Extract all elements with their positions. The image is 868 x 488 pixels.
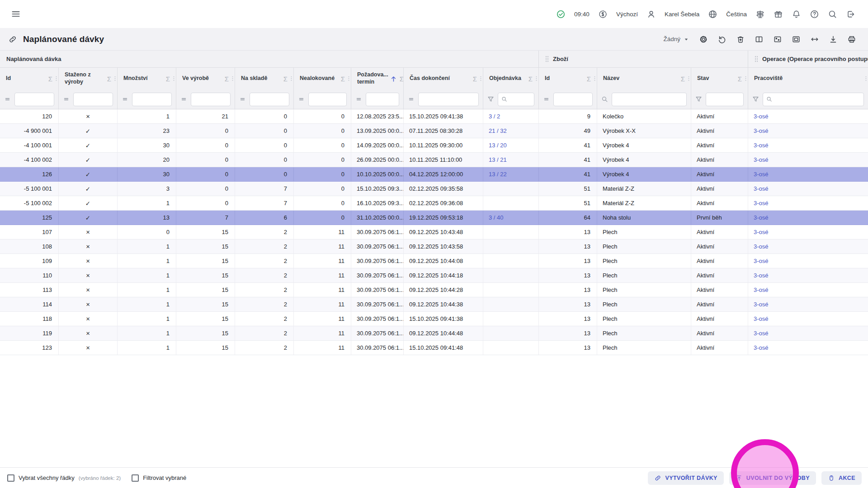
- filter-input-pracoviste[interactable]: [763, 93, 864, 106]
- cell-link[interactable]: 3-osé: [754, 156, 769, 163]
- magnifier-filter-icon[interactable]: [601, 95, 609, 103]
- status-ok-icon[interactable]: [556, 9, 566, 19]
- equals-filter-icon[interactable]: [62, 95, 70, 103]
- pricing-badge-icon[interactable]: [598, 9, 608, 19]
- cell-link[interactable]: 3-osé: [754, 214, 769, 221]
- cell-link[interactable]: 3-osé: [754, 113, 769, 120]
- fit-width-icon[interactable]: [810, 35, 819, 44]
- undo-icon[interactable]: [717, 35, 726, 44]
- table-row[interactable]: 118✕11521130.09.2075 06:1...15.10.2025 0…: [0, 312, 868, 326]
- release-to-production-button[interactable]: UVOLNIT DO VÝROBY: [729, 471, 816, 485]
- column-resize-handle[interactable]: [688, 76, 689, 81]
- equals-filter-icon[interactable]: [407, 95, 415, 103]
- cell-link[interactable]: 3-osé: [754, 171, 769, 178]
- column-resize-handle[interactable]: [594, 76, 595, 81]
- column-header-nazev[interactable]: NázevΣ: [597, 68, 691, 89]
- column-header-stazeno-z-vyroby[interactable]: Staženo z výrobyΣ: [59, 68, 118, 89]
- table-row[interactable]: 119✕11521130.09.2075 06:1...09.12.2025 1…: [0, 326, 868, 341]
- cell-link[interactable]: 3 / 2: [489, 113, 500, 120]
- cell-link[interactable]: 3-osé: [754, 258, 769, 264]
- equals-filter-icon[interactable]: [542, 95, 550, 103]
- whats-new-gift-icon[interactable]: [774, 9, 783, 19]
- column-header-stav[interactable]: StavΣ: [691, 68, 748, 89]
- group-drag-handle[interactable]: [755, 56, 758, 62]
- cell-link[interactable]: 3-osé: [754, 344, 769, 351]
- select-all-rows-checkbox[interactable]: Vybrat všechny řádky (vybráno řádek: 2): [7, 474, 121, 482]
- equals-filter-icon[interactable]: [297, 95, 305, 103]
- sum-sigma-icon[interactable]: Σ: [399, 75, 404, 83]
- cell-link[interactable]: 13 / 22: [489, 171, 507, 178]
- filter-selected-checkbox[interactable]: Filtrovat vybrané: [132, 474, 186, 482]
- column-resize-handle[interactable]: [536, 76, 537, 81]
- sum-sigma-icon[interactable]: Σ: [283, 75, 288, 83]
- logout-icon[interactable]: [846, 9, 855, 19]
- cell-link[interactable]: 3-osé: [754, 243, 769, 250]
- filter-input-id[interactable]: [14, 93, 54, 106]
- sum-sigma-icon[interactable]: Σ: [586, 75, 592, 83]
- notifications-bell-icon[interactable]: [792, 9, 801, 19]
- language-label[interactable]: Čeština: [726, 11, 747, 18]
- tiles-icon[interactable]: [773, 35, 782, 44]
- table-row[interactable]: -4 100 002✓2000026.09.2025 00:0...10.11.…: [0, 153, 868, 167]
- filter-input-ve-vyrobe[interactable]: [191, 93, 231, 106]
- equals-filter-icon[interactable]: [121, 95, 129, 103]
- menu-icon[interactable]: [11, 9, 21, 19]
- funnel-filter-icon[interactable]: [752, 95, 760, 103]
- column-resize-handle[interactable]: [114, 76, 116, 81]
- table-row[interactable]: 110✕11521130.09.2075 06:1...09.12.2025 1…: [0, 268, 868, 283]
- sum-sigma-icon[interactable]: Σ: [47, 75, 53, 83]
- pricing-profile-label[interactable]: Výchozí: [616, 11, 638, 18]
- actions-button[interactable]: AKCE: [821, 471, 862, 485]
- column-header-pozadovany-termin[interactable]: Požadova... termínΣ: [351, 68, 404, 89]
- filter-input-zbozi-id[interactable]: [553, 93, 593, 106]
- filter-input-na-sklade[interactable]: [250, 93, 289, 106]
- table-row[interactable]: -4 100 001✓3000014.09.2025 00:0...10.11.…: [0, 138, 868, 153]
- table-row[interactable]: 107✕01521130.09.2075 06:1...09.12.2025 1…: [0, 225, 868, 239]
- cell-link[interactable]: 3-osé: [754, 330, 769, 337]
- table-row[interactable]: 126✓3000010.10.2025 00:0...04.12.2025 12…: [0, 167, 868, 182]
- cell-link[interactable]: 3-osé: [754, 229, 769, 235]
- column-resize-handle[interactable]: [291, 76, 292, 81]
- filter-input-cas-dokonceni[interactable]: [418, 93, 479, 106]
- checkbox-icon[interactable]: [7, 474, 14, 482]
- trash-restore-icon[interactable]: [736, 35, 745, 44]
- create-batches-button[interactable]: VYTVOŘIT DÁVKY: [648, 471, 723, 485]
- sum-sigma-icon[interactable]: Σ: [472, 75, 478, 83]
- table-row[interactable]: 120✕1210012.08.2025 23:5...15.10.2025 09…: [0, 109, 868, 124]
- user-icon[interactable]: [646, 9, 656, 19]
- table-row[interactable]: -5 100 001✓307015.10.2025 09:3...02.12.2…: [0, 182, 868, 196]
- cell-link[interactable]: 13 / 20: [489, 142, 507, 149]
- funnel-filter-icon[interactable]: [487, 95, 495, 103]
- column-resize-handle[interactable]: [480, 76, 481, 81]
- view-selector[interactable]: Žádný: [663, 36, 690, 43]
- equals-filter-icon[interactable]: [180, 95, 188, 103]
- cell-link[interactable]: 3-osé: [754, 200, 769, 206]
- column-header-na-sklade[interactable]: Na skladěΣ: [235, 68, 294, 89]
- cell-link[interactable]: 3-osé: [754, 315, 769, 322]
- column-header-nealokovane[interactable]: NealokovanéΣ: [294, 68, 351, 89]
- column-header-mnozstvi[interactable]: MnožstvíΣ: [118, 68, 176, 89]
- column-resize-handle[interactable]: [56, 76, 57, 81]
- cell-link[interactable]: 3 / 40: [489, 214, 504, 221]
- filter-input-nazev[interactable]: [612, 93, 687, 106]
- column-resize-handle[interactable]: [865, 76, 867, 81]
- column-resize-handle[interactable]: [348, 76, 349, 81]
- table-row[interactable]: -4 900 001✓2300013.09.2025 00:0...07.11.…: [0, 124, 868, 138]
- column-header-objednavka[interactable]: ObjednávkaΣ: [483, 68, 539, 89]
- column-header-pracoviste[interactable]: Pracoviště: [748, 68, 868, 89]
- cell-link[interactable]: 3-osé: [754, 301, 769, 308]
- column-header-id[interactable]: IdΣ: [0, 68, 59, 89]
- group-drag-handle[interactable]: [545, 56, 549, 62]
- cell-link[interactable]: 13 / 21: [489, 156, 507, 163]
- cell-link[interactable]: 3-osé: [754, 286, 769, 293]
- settings-icon[interactable]: [699, 35, 708, 44]
- funnel-filter-icon[interactable]: [695, 95, 703, 103]
- split-columns-icon[interactable]: [755, 35, 764, 44]
- table-row[interactable]: 109✕11521130.09.2075 06:1...09.12.2025 1…: [0, 254, 868, 268]
- filter-input-pozadovany-termin[interactable]: [366, 93, 399, 106]
- column-resize-handle[interactable]: [745, 76, 746, 81]
- table-row[interactable]: 125✓1376031.10.2025 00:0...19.12.2025 09…: [0, 211, 868, 225]
- table-row[interactable]: -5 100 002✓107016.10.2025 09:3...02.12.2…: [0, 196, 868, 211]
- cell-link[interactable]: 3-osé: [754, 127, 769, 134]
- column-resize-handle[interactable]: [173, 76, 175, 81]
